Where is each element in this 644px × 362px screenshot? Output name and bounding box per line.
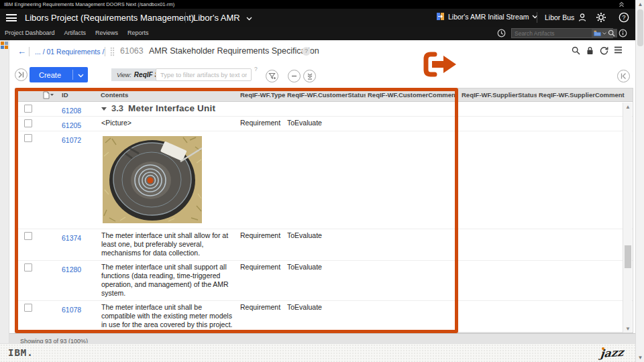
row-checkbox[interactable] (24, 105, 32, 113)
collapse-all-icon[interactable] (288, 70, 301, 82)
title-help-icon[interactable]: ? (302, 47, 311, 56)
row-checkbox[interactable] (24, 263, 32, 272)
column-header-type[interactable]: ReqIF-WF.Type (238, 88, 285, 101)
collapsed-sidebar (0, 40, 9, 343)
meter-interface-unit-photo (103, 136, 202, 223)
artifact-id-link[interactable]: 61374 (62, 234, 81, 242)
nav-item-artifacts[interactable]: Artifacts (64, 29, 87, 36)
page-scroll-down-icon[interactable]: ▼ (636, 355, 644, 361)
expand-sidebar-icon[interactable] (15, 68, 28, 81)
row-checkbox[interactable] (24, 119, 32, 127)
table-scrollbar[interactable]: ▲ ▼ (623, 103, 632, 333)
filter-help-icon[interactable]: ? (254, 66, 258, 72)
artifact-id-link[interactable]: 61072 (62, 136, 81, 144)
scrollbar-thumb[interactable] (625, 245, 631, 268)
table-header-row: ID Contents ReqIF-WF.Type ReqIF-WF.Custo… (15, 88, 633, 102)
artifact-type-filter-icon[interactable] (41, 88, 60, 101)
filter-funnel-icon[interactable] (266, 70, 278, 82)
table-row[interactable]: 612083.3Meter Interface Unit (15, 102, 633, 117)
create-button-label: Create (30, 71, 72, 79)
search-input[interactable] (512, 30, 592, 37)
row-checkbox[interactable] (24, 232, 32, 240)
table-row[interactable]: 61205<Picture>RequirementToEvaluate (15, 117, 633, 131)
info-icon[interactable] (619, 29, 627, 38)
reqif-type-value: Requirement (238, 229, 285, 260)
lock-icon[interactable] (586, 46, 594, 55)
row-checkbox[interactable] (24, 134, 32, 142)
nav-item-reports[interactable]: Reports (127, 29, 149, 36)
artifact-contents[interactable]: The meter interface unit shall be compat… (99, 301, 238, 332)
jazz-logo: jazz (599, 346, 624, 360)
column-header-customer-status[interactable]: ReqIF-WF.CustomerStatus (285, 88, 366, 101)
column-header-customer-comment[interactable]: ReqIF-WF.CustomerComment (366, 88, 460, 101)
supplier-comment-value (537, 229, 633, 260)
artifact-id-link[interactable]: 61078 (62, 306, 81, 314)
supplier-status-value (460, 102, 537, 116)
supplier-comment-value (537, 102, 633, 116)
footer-bar: IBM. jazz (0, 343, 635, 362)
reqif-type-value: Requirement (238, 301, 285, 332)
column-header-id[interactable]: ID (60, 88, 99, 101)
user-menu[interactable]: Libor Bus (545, 13, 587, 22)
help-icon[interactable]: ? (619, 12, 629, 23)
folder-icon (594, 30, 601, 36)
refresh-icon[interactable] (600, 46, 608, 55)
header-divider (537, 12, 537, 23)
supplier-comment-value (537, 131, 633, 229)
page-scrollbar-thumb[interactable] (637, 9, 643, 46)
mini-dashboard-icon[interactable] (1, 42, 9, 50)
breadcrumb-path-link[interactable]: ... / 01 Requirements / (35, 48, 104, 56)
collapse-banner-icon[interactable] (619, 1, 625, 7)
artifact-id-link[interactable]: 61280 (62, 265, 81, 274)
column-header-contents[interactable]: Contents (99, 88, 238, 101)
row-icon-cell (41, 131, 60, 229)
drag-grip-icon[interactable] (110, 47, 115, 57)
table-row[interactable]: 61078The meter interface unit shall be c… (15, 301, 633, 333)
scroll-down-icon[interactable]: ▼ (623, 326, 633, 332)
nav-item-project-dashboard[interactable]: Project Dashboard (5, 29, 55, 36)
app-header: Libors Project (Requirements Management)… (0, 9, 635, 27)
search-scope[interactable] (592, 29, 617, 38)
project-title[interactable]: Libors Project (Requirements Management) (25, 13, 194, 23)
main-menu-icon[interactable] (6, 14, 17, 21)
create-button[interactable]: Create (30, 67, 88, 82)
nav-right-tools (497, 28, 627, 38)
scroll-up-icon[interactable]: ▲ (623, 104, 633, 110)
breadcrumb-divider (105, 47, 105, 56)
artifact-id-link[interactable]: 61208 (62, 107, 81, 115)
back-arrow-icon[interactable]: ← (17, 46, 26, 56)
section-number: 3.3 (111, 104, 123, 113)
page-scroll-up-icon[interactable]: ▲ (636, 1, 644, 7)
artifact-contents[interactable]: <Picture> (99, 117, 238, 131)
expand-all-icon[interactable] (303, 70, 316, 82)
table-row[interactable]: 61280The meter interface unit shall supp… (15, 261, 633, 301)
supplier-comment-value (537, 117, 633, 131)
supplier-status-value (460, 229, 537, 260)
reqif-type-value: Requirement (238, 117, 285, 131)
row-checkbox[interactable] (24, 304, 32, 312)
customer-comment-value (366, 131, 460, 229)
table-row[interactable]: 61072 (15, 131, 633, 229)
history-clock-icon[interactable] (497, 29, 506, 38)
artifact-id-link[interactable]: 61205 (62, 121, 81, 129)
section-collapse-icon[interactable] (101, 107, 107, 111)
search-icon[interactable] (572, 46, 580, 55)
settings-gear-icon[interactable] (596, 12, 606, 23)
nav-item-reviews[interactable]: Reviews (95, 29, 118, 36)
column-header-supplier-comment[interactable]: ReqIF-WF.SupplierComment (537, 88, 633, 101)
view-menu-icon[interactable] (614, 46, 623, 55)
column-header-supplier-status[interactable]: ReqIF-WF.SupplierStatus (460, 88, 537, 101)
filter-input[interactable] (156, 68, 252, 81)
customer-comment-value (366, 102, 460, 116)
artifact-contents[interactable] (99, 131, 238, 229)
artifact-contents[interactable]: The meter interface unit shall support a… (99, 261, 238, 300)
page-scrollbar[interactable]: ▲ ▼ (635, 0, 644, 362)
breadcrumb: ← ... / 01 Requirements / 61063 AMR Stak… (15, 45, 632, 60)
artifact-contents[interactable]: 3.3Meter Interface Unit (99, 102, 238, 116)
artifact-contents[interactable]: The meter interface unit shall allow for… (99, 229, 238, 260)
window-title: IBM Engineering Requirements Management … (4, 1, 174, 7)
component-selector[interactable]: Libor's AMR (193, 13, 252, 23)
table-row[interactable]: 61374The meter interface unit shall allo… (15, 229, 633, 261)
skip-to-start-icon[interactable] (617, 70, 630, 82)
stream-selector[interactable]: Libor's AMR Initial Stream (436, 12, 538, 21)
